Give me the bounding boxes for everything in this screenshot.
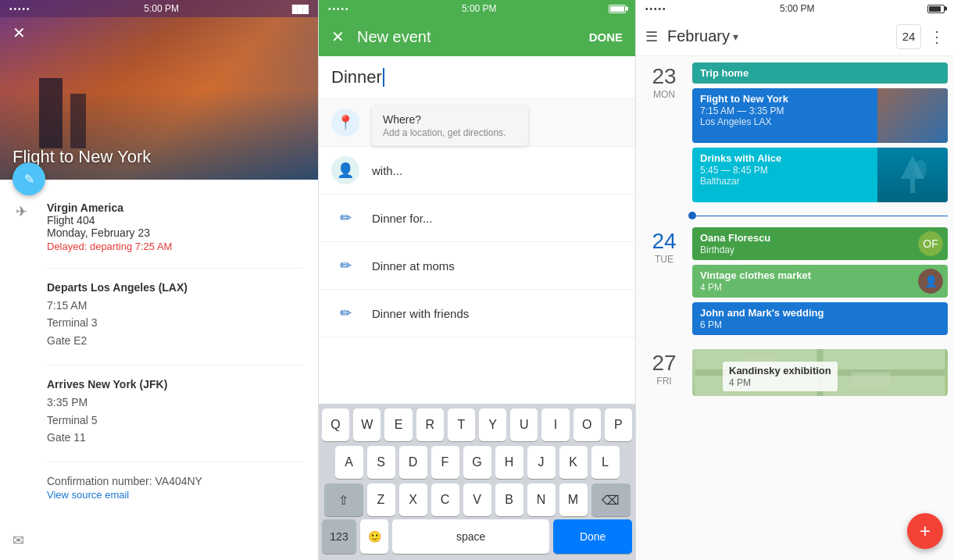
add-event-fab[interactable]: +: [907, 513, 943, 549]
key-v[interactable]: V: [463, 483, 491, 516]
airline-text: Virgin America Flight 404 Monday, Februa…: [47, 202, 302, 252]
event-loc-flight: Los Angeles LAX: [700, 116, 940, 127]
hero-image: Flight to New York ✕ ✎: [0, 0, 318, 180]
key-s[interactable]: S: [367, 446, 395, 479]
event-vintage[interactable]: Vintage clothes market 4 PM 👤: [692, 265, 948, 298]
text-cursor: [383, 68, 384, 87]
key-123[interactable]: 123: [322, 519, 356, 554]
key-t[interactable]: T: [448, 408, 475, 441]
status-time: 5:00 PM: [144, 3, 179, 14]
event-time-wedding: 6 PM: [700, 319, 940, 330]
close-button[interactable]: ✕: [13, 23, 26, 42]
month-title[interactable]: February ▾: [667, 27, 896, 45]
sug-main-3: Dinner with friends: [372, 307, 623, 320]
today-dot: [688, 212, 696, 219]
event-title-wedding: John and Mark's wedding: [700, 307, 940, 319]
pencil-icon-2: ✏: [331, 251, 359, 280]
key-e[interactable]: E: [384, 408, 412, 441]
panel-flight-detail: ••••• 5:00 PM ███ Flight to New York ✕ ✎…: [0, 0, 318, 560]
key-r[interactable]: R: [416, 408, 444, 441]
event-drinks-alice[interactable]: Drinks with Alice 5:45 — 8:45 PM Balthaz…: [692, 148, 948, 202]
key-m[interactable]: M: [559, 483, 588, 516]
event-kandinsky[interactable]: 📍 Kandinsky exhibition 4 PM: [692, 349, 948, 396]
key-u[interactable]: U: [510, 408, 538, 441]
key-g[interactable]: G: [463, 446, 491, 479]
signal-dots: •••••: [9, 5, 31, 13]
event-title-oana: Oana Florescu: [700, 232, 940, 244]
guests-suggestion[interactable]: 👤 with...: [319, 147, 635, 194]
event-time-oana: Birthday: [700, 244, 940, 255]
event-oana[interactable]: Oana Florescu Birthday OF: [692, 227, 948, 260]
calendar-date-button[interactable]: 24: [896, 24, 921, 49]
arrives-section: Arrives New York (JFK) 3:35 PM Terminal …: [47, 378, 302, 446]
day-label-24: 24 Tue: [636, 227, 692, 340]
arrives-label: Arrives New York (JFK): [47, 378, 302, 391]
confirmation-number: Confirmation number: VA404NY: [47, 475, 302, 487]
status-bar-panel2: ••••• 5:00 PM: [319, 0, 635, 17]
suggestion-dinner-moms[interactable]: ✏ Dinner at moms: [319, 242, 635, 290]
suggestion-dinner-friends[interactable]: ✏ Dinner with friends: [319, 290, 635, 337]
guests-text: with...: [372, 164, 623, 177]
departs-text: Departs Los Angeles (LAX) 7:15 AM Termin…: [47, 281, 302, 349]
key-i[interactable]: I: [541, 408, 569, 441]
arrives-terminal: Terminal 5: [47, 414, 98, 426]
month-dropdown-arrow: ▾: [733, 30, 738, 43]
key-j[interactable]: J: [527, 446, 556, 479]
today-line: [696, 216, 948, 216]
key-x[interactable]: X: [399, 483, 427, 516]
key-h[interactable]: H: [495, 446, 523, 479]
event-trip-home[interactable]: Trip home: [692, 62, 948, 84]
day-num-27: 27: [636, 352, 692, 374]
event-title-trip-home: Trip home: [700, 67, 940, 79]
event-name-input[interactable]: Dinner: [319, 56, 635, 99]
menu-icon[interactable]: ☰: [645, 28, 658, 45]
battery-icon: ███: [292, 5, 309, 13]
close-button-p2[interactable]: ✕: [331, 27, 345, 46]
key-space[interactable]: space: [392, 519, 549, 554]
delay-notice: Delayed: departing 7:25 AM: [47, 241, 302, 252]
key-a[interactable]: A: [335, 446, 363, 479]
key-w[interactable]: W: [353, 408, 381, 441]
event-wedding[interactable]: John and Mark's wedding 6 PM: [692, 302, 948, 335]
event-name-text: Dinner: [331, 67, 382, 87]
location-popup: Where? Add a location, get directions.: [372, 105, 528, 146]
key-f[interactable]: F: [431, 446, 459, 479]
key-emoji[interactable]: 🙂: [360, 519, 388, 554]
guests-placeholder: with...: [372, 164, 623, 177]
key-done[interactable]: Done: [553, 519, 632, 554]
key-q[interactable]: Q: [322, 408, 349, 441]
vintage-avatar-circle: 👤: [918, 269, 943, 294]
keyboard: Q W E R T Y U I O P A S D F G H J K L ⇧ …: [319, 404, 635, 560]
edit-fab-button[interactable]: ✎: [13, 162, 45, 195]
key-o[interactable]: O: [573, 408, 601, 441]
key-l[interactable]: L: [591, 446, 620, 479]
vintage-avatar: 👤: [918, 269, 943, 294]
conf-text: Confirmation number: VA404NY View source…: [47, 475, 302, 501]
suggestion-dinner-for[interactable]: ✏ Dinner for...: [319, 194, 635, 242]
event-flight-ny[interactable]: Flight to New York 7:15 AM — 3:35 PM Los…: [692, 88, 948, 143]
departs-section: Departs Los Angeles (LAX) 7:15 AM Termin…: [47, 281, 302, 349]
map-background: 📍 Kandinsky exhibition 4 PM: [692, 349, 948, 396]
event-time-kandinsky: 4 PM: [729, 377, 831, 388]
month-label: February: [667, 27, 730, 45]
plane-icon: ✈: [16, 202, 44, 252]
key-b[interactable]: B: [495, 483, 523, 516]
key-z[interactable]: Z: [367, 483, 395, 516]
location-suggestion[interactable]: 📍 at... Where? Add a location, get direc…: [319, 99, 635, 147]
day-label-27: 27 Fri: [636, 349, 692, 401]
key-y[interactable]: Y: [479, 408, 506, 441]
key-shift[interactable]: ⇧: [324, 483, 363, 516]
key-p[interactable]: P: [605, 408, 632, 441]
flight-date: Monday, February 23: [47, 226, 302, 239]
key-c[interactable]: C: [431, 483, 459, 516]
view-source-link[interactable]: View source email: [47, 489, 302, 501]
arrives-time: 3:35 PM: [47, 396, 88, 408]
key-k[interactable]: K: [559, 446, 588, 479]
key-d[interactable]: D: [399, 446, 427, 479]
events-24: Oana Florescu Birthday OF Vintage clothe…: [692, 227, 954, 340]
key-n[interactable]: N: [527, 483, 556, 516]
more-options-icon[interactable]: ⋮: [929, 27, 945, 46]
done-button[interactable]: DONE: [589, 30, 623, 44]
key-backspace[interactable]: ⌫: [591, 483, 631, 516]
arrives-text: Arrives New York (JFK) 3:35 PM Terminal …: [47, 378, 302, 446]
